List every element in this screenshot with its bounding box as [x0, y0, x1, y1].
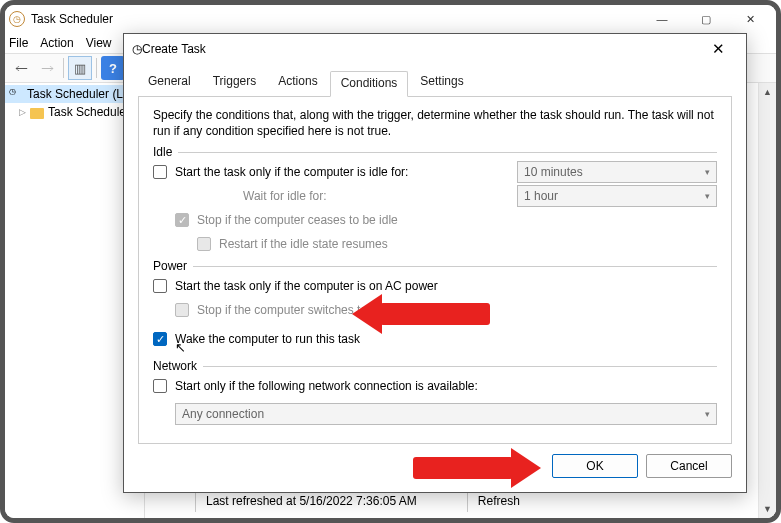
- idle-stop-label: Stop if the computer ceases to be idle: [197, 213, 398, 227]
- create-task-dialog: ◷ Create Task ✕ General Triggers Actions…: [123, 33, 747, 493]
- chevron-down-icon: ▾: [705, 191, 710, 201]
- power-ac-label: Start the task only if the computer is o…: [175, 279, 438, 293]
- back-button[interactable]: 🡐: [9, 56, 33, 80]
- scroll-down-icon[interactable]: ▼: [759, 500, 776, 518]
- folder-icon: [30, 108, 44, 119]
- tabstrip: General Triggers Actions Conditions Sett…: [124, 64, 746, 96]
- expand-icon[interactable]: ▷: [19, 107, 26, 117]
- minimize-button[interactable]: —: [640, 5, 684, 33]
- status-refreshed: Last refreshed at 5/16/2022 7:36:05 AM: [195, 490, 427, 512]
- status-refresh[interactable]: Refresh: [467, 490, 530, 512]
- network-avail-label: Start only if the following network conn…: [175, 379, 478, 393]
- idle-restart-label: Restart if the idle state resumes: [219, 237, 388, 251]
- group-idle: Idle: [153, 145, 717, 159]
- dialog-title: Create Task: [142, 42, 206, 56]
- conditions-hint: Specify the conditions that, along with …: [153, 107, 717, 139]
- power-battery-checkbox[interactable]: [175, 303, 189, 317]
- idle-duration-combo[interactable]: 10 minutes▾: [517, 161, 717, 183]
- group-network: Network: [153, 359, 717, 373]
- main-title: Task Scheduler: [31, 12, 113, 26]
- menu-file[interactable]: File: [9, 36, 28, 50]
- cursor-icon: ↖: [175, 340, 186, 355]
- actions-scrollbar[interactable]: ▲ ▼: [758, 83, 776, 518]
- network-avail-checkbox[interactable]: [153, 379, 167, 393]
- ok-button[interactable]: OK: [552, 454, 638, 478]
- power-wake-checkbox[interactable]: ✓: [153, 332, 167, 346]
- maximize-button[interactable]: ▢: [684, 5, 728, 33]
- network-connection-combo[interactable]: Any connection▾: [175, 403, 717, 425]
- dialog-titlebar: ◷ Create Task ✕: [124, 34, 746, 64]
- cancel-button[interactable]: Cancel: [646, 454, 732, 478]
- tab-general[interactable]: General: [138, 70, 201, 96]
- status-bar: Last refreshed at 5/16/2022 7:36:05 AM R…: [195, 490, 530, 512]
- show-hide-button[interactable]: ▥: [68, 56, 92, 80]
- power-wake-label: Wake the computer to run this task: [175, 332, 360, 346]
- menu-view[interactable]: View: [86, 36, 112, 50]
- conditions-panel: Specify the conditions that, along with …: [138, 96, 732, 444]
- clock-icon: ◷: [9, 11, 25, 27]
- tab-conditions[interactable]: Conditions: [330, 71, 409, 97]
- dialog-close-button[interactable]: ✕: [698, 35, 738, 63]
- main-titlebar: ◷ Task Scheduler — ▢ ✕: [5, 5, 776, 33]
- tab-actions[interactable]: Actions: [268, 70, 327, 96]
- power-ac-checkbox[interactable]: [153, 279, 167, 293]
- idle-wait-label: Wait for idle for:: [243, 189, 327, 203]
- idle-start-checkbox[interactable]: [153, 165, 167, 179]
- dialog-button-row: OK Cancel: [124, 444, 746, 492]
- tree-root-label: Task Scheduler (L: [27, 87, 123, 101]
- tree-library-label: Task Scheduler: [48, 105, 130, 119]
- scroll-up-icon[interactable]: ▲: [759, 83, 776, 101]
- tab-triggers[interactable]: Triggers: [203, 70, 267, 96]
- idle-stop-checkbox[interactable]: ✓: [175, 213, 189, 227]
- menu-action[interactable]: Action: [40, 36, 73, 50]
- clock-icon: ◷: [9, 87, 23, 101]
- forward-button[interactable]: 🡒: [35, 56, 59, 80]
- idle-restart-checkbox[interactable]: [197, 237, 211, 251]
- tab-settings[interactable]: Settings: [410, 70, 473, 96]
- idle-wait-combo[interactable]: 1 hour▾: [517, 185, 717, 207]
- idle-start-label: Start the task only if the computer is i…: [175, 165, 408, 179]
- group-power: Power: [153, 259, 717, 273]
- help-button[interactable]: ?: [101, 56, 125, 80]
- close-button[interactable]: ✕: [728, 5, 772, 33]
- chevron-down-icon: ▾: [705, 409, 710, 419]
- chevron-down-icon: ▾: [705, 167, 710, 177]
- power-battery-label: Stop if the computer switches to battery…: [197, 303, 443, 317]
- clock-icon: ◷: [132, 42, 142, 56]
